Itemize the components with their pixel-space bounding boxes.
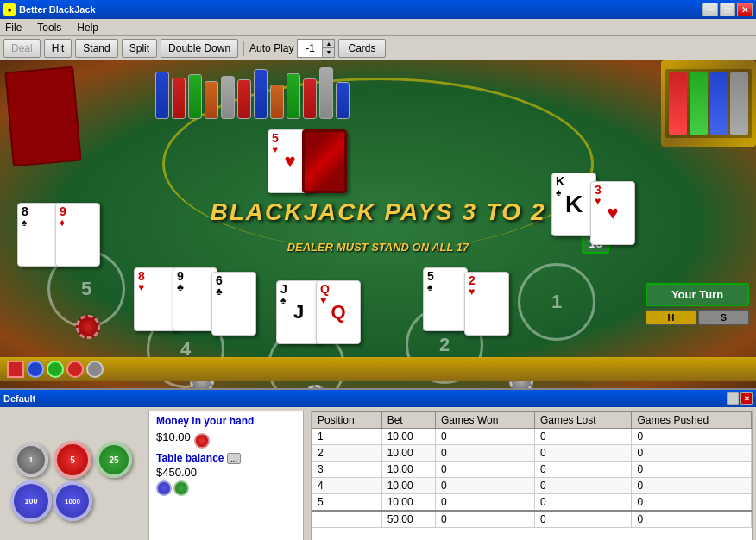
table-balance-label: Table balance ... — [156, 452, 296, 464]
balance-chip-blue — [156, 480, 172, 496]
table-row: 2 10.00 0 0 0 — [312, 445, 752, 462]
money-in-hand-row: $10.00 — [156, 430, 296, 450]
total-won: 0 — [435, 511, 534, 528]
chip-tray — [661, 60, 756, 147]
stand-indicator[interactable]: S — [698, 310, 749, 325]
info-content: 1 5 25 100 1000 Money in your hand $10.0… — [0, 407, 756, 540]
table-balance-amount: $450.00 — [156, 466, 296, 479]
minimize-button[interactable]: ─ — [702, 3, 718, 16]
dealer-stand-text: DEALER MUST STAND ON ALL 17 — [287, 241, 469, 254]
pos4-card-2-suit: ♣ — [177, 282, 184, 292]
dealer-card-1-rank: 5 — [272, 132, 279, 144]
row-won: 0 — [435, 445, 534, 462]
rail-chip-1 — [7, 361, 24, 378]
pos4-card-3: 6 ♣ — [211, 272, 256, 336]
total-bet: 50.00 — [381, 511, 435, 528]
pos2-card-1-rank: 5 — [427, 270, 434, 282]
chip-1[interactable]: 1 — [14, 443, 48, 477]
dealer-card-1-center: ♥ — [284, 150, 295, 173]
cards-button[interactable]: Cards — [338, 39, 385, 58]
pos4-card-1-rank: 8 — [138, 270, 145, 282]
table-row: 4 10.00 0 0 0 — [312, 478, 752, 494]
row-lost: 0 — [534, 445, 631, 462]
chip-tray-inner — [665, 69, 752, 138]
chip-stack-red3 — [303, 78, 317, 119]
table-balance-config-button[interactable]: ... — [227, 453, 241, 464]
spin-down-button[interactable]: ▼ — [322, 48, 334, 57]
row-pushed: 0 — [632, 494, 752, 512]
menu-file[interactable]: File — [2, 20, 25, 35]
row-bet: 10.00 — [381, 445, 435, 462]
position-1-circle[interactable]: 1 — [518, 263, 595, 341]
double-down-button[interactable]: Double Down — [161, 39, 238, 58]
col-position: Position — [312, 412, 382, 429]
tray-chip-blue — [710, 72, 728, 135]
pos4-card-3-rank: 6 — [216, 274, 223, 286]
your-turn-panel: Your Turn H S — [646, 283, 749, 325]
deal-button[interactable]: Deal — [3, 39, 41, 58]
row-pushed: 0 — [632, 462, 752, 478]
row-position: 1 — [312, 429, 382, 445]
pos3-card-2-suit: ♥ — [320, 295, 326, 305]
pos5-card-2: 9 ♦ — [55, 203, 100, 267]
pos3-card-2-rank: Q — [320, 283, 330, 295]
chip-stack-blue — [155, 72, 169, 119]
stats-total-row: 50.00 0 0 0 — [312, 511, 752, 528]
dealer-card-3: 3 ♥ ♥ — [590, 181, 635, 245]
table-row: 1 10.00 0 0 0 — [312, 429, 752, 445]
pos2-card-1: 5 ♠ — [423, 267, 468, 331]
hit-indicator[interactable]: H — [646, 310, 696, 325]
close-button[interactable]: ✕ — [737, 3, 753, 16]
row-won: 0 — [435, 462, 534, 478]
row-lost: 0 — [534, 462, 631, 478]
row-pushed: 0 — [632, 478, 752, 494]
stats-table: Position Bet Games Won Games Lost Games … — [312, 411, 752, 528]
tray-chip-red — [669, 72, 687, 135]
stand-button[interactable]: Stand — [75, 39, 117, 58]
blackjack-pays-text: BLACKJACK PAYS 3 TO 2 — [211, 198, 546, 226]
row-position: 4 — [312, 478, 382, 494]
autoplay-input[interactable] — [298, 40, 322, 57]
pos5-bet-chip — [76, 315, 100, 339]
dealer-card-2 — [302, 129, 347, 193]
chip-25[interactable]: 25 — [96, 442, 132, 478]
rail-chip-4 — [66, 361, 84, 378]
pos4-card-1-suit: ♥ — [138, 282, 144, 292]
info-panel-title: Default — [3, 393, 35, 404]
info-panel: Default _ ✕ 1 5 25 100 1000 Money in you… — [0, 388, 756, 540]
spin-up-button[interactable]: ▲ — [322, 40, 334, 48]
row-lost: 0 — [534, 494, 631, 512]
chip-stack-blue2 — [254, 69, 268, 119]
split-button[interactable]: Split — [122, 39, 157, 58]
position-1-label: 1 — [551, 291, 562, 313]
row-lost: 0 — [534, 478, 631, 494]
chip-1000[interactable]: 1000 — [53, 481, 92, 521]
maximize-button[interactable]: □ — [720, 3, 735, 16]
pos5-card-1-rank: 8 — [22, 205, 28, 217]
pos3-card-2: Q ♥ Q — [316, 280, 361, 344]
autoplay-spinner[interactable]: ▲ ▼ — [297, 39, 335, 58]
hit-button[interactable]: Hit — [44, 39, 72, 58]
col-games-lost: Games Lost — [534, 412, 631, 429]
rail-chip-5 — [86, 361, 104, 378]
chip-5[interactable]: 5 — [54, 441, 91, 479]
info-panel-titlebar: Default _ ✕ — [0, 390, 756, 407]
dealer-card-3-center: ♥ — [607, 202, 618, 224]
menu-tools[interactable]: Tools — [34, 20, 65, 35]
dealer-card-king-suit: ♠ — [556, 187, 561, 198]
dealer-card-3-suit: ♥ — [595, 196, 601, 206]
menu-help[interactable]: Help — [73, 20, 102, 35]
toolbar: Deal Hit Stand Split Double Down Auto Pl… — [0, 36, 756, 60]
info-close-button[interactable]: ✕ — [740, 392, 753, 405]
app-title: Better BlackJack — [19, 4, 96, 15]
titlebar: ♠ Better BlackJack ─ □ ✕ — [0, 0, 756, 19]
chip-100[interactable]: 100 — [10, 480, 52, 522]
table-row: 3 10.00 0 0 0 — [312, 462, 752, 478]
jack-center: J — [293, 301, 304, 323]
money-in-hand-label: Money in your hand — [156, 415, 296, 427]
toolbar-separator — [243, 41, 244, 56]
position-2-label: 2 — [439, 334, 450, 356]
col-games-pushed: Games Pushed — [632, 412, 752, 429]
info-minimize-button[interactable]: _ — [727, 392, 739, 405]
chip-stack-gray2 — [319, 67, 333, 119]
